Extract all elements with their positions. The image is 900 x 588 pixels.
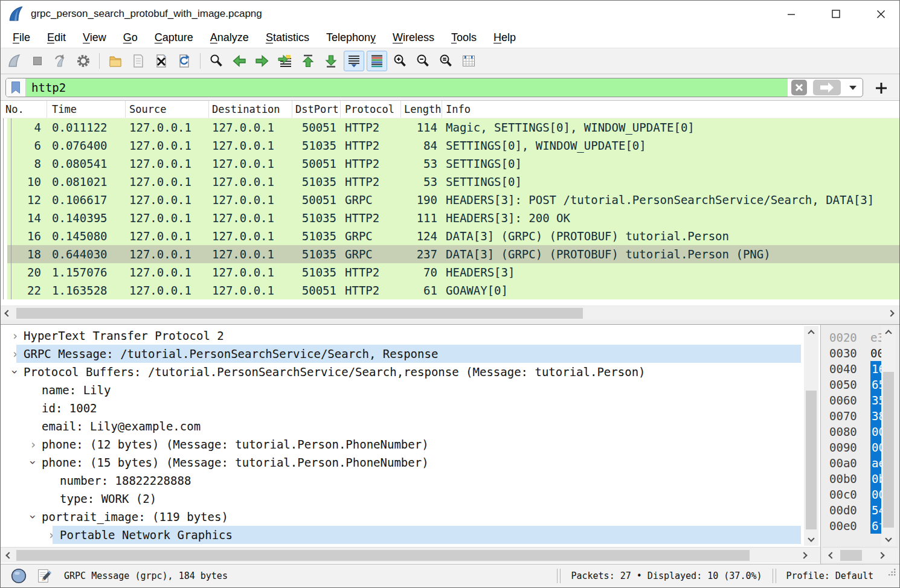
menu-item-go[interactable]: Go xyxy=(115,30,146,46)
window-close-button[interactable] xyxy=(869,1,893,27)
open-file-button[interactable] xyxy=(105,51,126,71)
scroll-up-arrow[interactable] xyxy=(882,327,895,339)
column-header-info[interactable]: Info xyxy=(442,101,899,118)
detail-row[interactable]: ›phone: (12 bytes) (Message: tutorial.Pe… xyxy=(1,435,820,453)
go-last-packet-button[interactable] xyxy=(321,51,341,71)
restart-capture-button[interactable] xyxy=(50,51,71,71)
scrollbar-thumb[interactable] xyxy=(806,391,817,529)
zoom-reset-button[interactable] xyxy=(436,51,456,71)
scrollbar-thumb[interactable] xyxy=(16,550,750,561)
hex-horizontal-scrollbar[interactable] xyxy=(822,547,898,563)
column-header-no[interactable]: No. xyxy=(1,101,47,118)
filter-clear-button[interactable] xyxy=(788,78,811,97)
menu-item-help[interactable]: Help xyxy=(485,30,524,46)
detail-row[interactable]: email: Lily@example.com xyxy=(1,417,820,435)
go-forward-button[interactable] xyxy=(252,51,272,71)
pane-splitter[interactable] xyxy=(1,320,899,325)
packet-row[interactable]: 180.644030127.0.0.1127.0.0.151035GRPC237… xyxy=(1,245,899,263)
display-filter-input[interactable]: http2 xyxy=(5,78,863,97)
cell-protocol: GRPC xyxy=(341,245,401,263)
packet-row[interactable]: 80.080541127.0.0.1127.0.0.150051HTTP253S… xyxy=(1,155,899,173)
find-packet-button[interactable] xyxy=(206,51,227,71)
packet-row[interactable]: 100.081021127.0.0.1127.0.0.151035HTTP253… xyxy=(1,173,899,191)
reload-file-button[interactable] xyxy=(174,51,194,71)
detail-row[interactable]: ›phone: (15 bytes) (Message: tutorial.Pe… xyxy=(1,453,820,471)
menu-item-tools[interactable]: Tools xyxy=(443,30,485,46)
go-back-button[interactable] xyxy=(229,51,249,71)
column-header-dstport[interactable]: DstPort xyxy=(292,101,341,118)
capture-options-button[interactable] xyxy=(73,51,94,71)
window-maximize-button[interactable] xyxy=(824,1,848,27)
packet-row[interactable]: 140.140395127.0.0.1127.0.0.151035HTTP211… xyxy=(1,209,899,227)
menu-item-statistics[interactable]: Statistics xyxy=(257,30,318,46)
detail-row[interactable]: type: WORK (2) xyxy=(1,490,820,508)
packet-row[interactable]: 40.011122127.0.0.1127.0.0.150051HTTP2114… xyxy=(1,118,899,136)
column-header-source[interactable]: Source xyxy=(126,101,209,118)
close-file-button[interactable] xyxy=(151,51,172,71)
hex-view: 0020e30030000040160050650060350070380080… xyxy=(820,325,900,564)
resize-grip[interactable] xyxy=(889,562,896,585)
cell-length: 237 xyxy=(401,245,442,263)
menu-item-analyze[interactable]: Analyze xyxy=(202,30,257,46)
detail-row[interactable]: ›GRPC Message: /tutorial.PersonSearchSer… xyxy=(1,345,820,363)
detail-row[interactable]: number: 18822228888 xyxy=(1,471,820,490)
scroll-right-arrow[interactable] xyxy=(885,307,897,319)
scroll-down-arrow[interactable] xyxy=(882,532,895,545)
detail-row[interactable]: ›HyperText Transfer Protocol 2 xyxy=(1,327,820,345)
save-file-button[interactable] xyxy=(128,51,149,71)
scroll-left-arrow[interactable] xyxy=(3,549,15,561)
detail-row[interactable]: ›Protocol Buffers: /tutorial.PersonSearc… xyxy=(1,363,820,381)
column-header-time[interactable]: Time xyxy=(47,101,126,118)
window-minimize-button[interactable] xyxy=(779,1,803,27)
detail-row[interactable]: ›portrait_image: (119 bytes) xyxy=(1,508,820,526)
detail-row[interactable]: ›Portable Network Graphics xyxy=(1,526,820,544)
menu-item-wireless[interactable]: Wireless xyxy=(384,30,443,46)
colorize-toggle-button[interactable] xyxy=(367,51,387,71)
column-header-protocol[interactable]: Protocol xyxy=(341,101,401,118)
filter-apply-button[interactable] xyxy=(811,78,843,97)
packet-row[interactable]: 221.163528127.0.0.1127.0.0.150051HTTP261… xyxy=(1,281,899,299)
zoom-out-button[interactable] xyxy=(413,51,433,71)
scroll-right-arrow[interactable] xyxy=(875,549,887,561)
detail-row[interactable]: id: 1002 xyxy=(1,399,820,417)
scroll-down-arrow[interactable] xyxy=(805,532,817,545)
scroll-up-arrow[interactable] xyxy=(805,327,817,339)
details-horizontal-scrollbar[interactable] xyxy=(1,547,820,563)
auto-scroll-toggle-button[interactable] xyxy=(344,51,364,71)
column-header-length[interactable]: Length xyxy=(401,101,442,118)
menu-item-telephony[interactable]: Telephony xyxy=(318,30,384,46)
scroll-left-arrow[interactable] xyxy=(826,549,838,561)
menu-item-file[interactable]: File xyxy=(4,30,39,46)
zoom-in-button[interactable] xyxy=(390,51,410,71)
column-header-destination[interactable]: Destination xyxy=(209,101,292,118)
add-filter-button[interactable] xyxy=(874,81,889,95)
menu-item-view[interactable]: View xyxy=(74,30,115,46)
scrollbar-thumb[interactable] xyxy=(883,372,894,528)
stop-capture-button[interactable] xyxy=(27,51,48,71)
scroll-left-arrow[interactable] xyxy=(2,307,14,319)
go-first-packet-button[interactable] xyxy=(298,51,318,71)
go-to-packet-button[interactable] xyxy=(275,51,295,71)
capture-comment-button[interactable] xyxy=(36,568,52,584)
start-capture-button[interactable] xyxy=(4,51,25,71)
expert-info-button[interactable] xyxy=(10,567,27,584)
details-vertical-scrollbar[interactable] xyxy=(804,326,818,546)
filter-bookmark-button[interactable] xyxy=(6,78,26,97)
hex-vertical-scrollbar[interactable] xyxy=(881,326,896,546)
packet-row[interactable]: 160.145080127.0.0.1127.0.0.151035GRPC124… xyxy=(1,227,899,245)
packet-row[interactable]: 201.157076127.0.0.1127.0.0.151035HTTP270… xyxy=(1,263,899,281)
window-title: grpc_person_search_protobuf_with_image.p… xyxy=(31,8,262,20)
menu-item-capture[interactable]: Capture xyxy=(146,30,202,46)
resize-columns-button[interactable] xyxy=(458,51,479,71)
menu-item-edit[interactable]: Edit xyxy=(39,30,74,46)
profile-selector[interactable]: Profile: Default xyxy=(776,564,884,587)
scroll-right-arrow[interactable] xyxy=(798,549,810,561)
packet-row[interactable]: 120.106617127.0.0.1127.0.0.150051GRPC190… xyxy=(1,191,899,209)
filter-dropdown-button[interactable] xyxy=(843,78,863,97)
packet-row[interactable]: 60.076400127.0.0.1127.0.0.151035HTTP284S… xyxy=(1,136,899,155)
detail-row[interactable]: name: Lily xyxy=(1,381,820,399)
display-filter-value[interactable]: http2 xyxy=(26,78,788,97)
packet-list-horizontal-scrollbar[interactable] xyxy=(1,305,899,320)
scrollbar-thumb[interactable] xyxy=(840,550,862,561)
scrollbar-thumb[interactable] xyxy=(16,308,583,319)
